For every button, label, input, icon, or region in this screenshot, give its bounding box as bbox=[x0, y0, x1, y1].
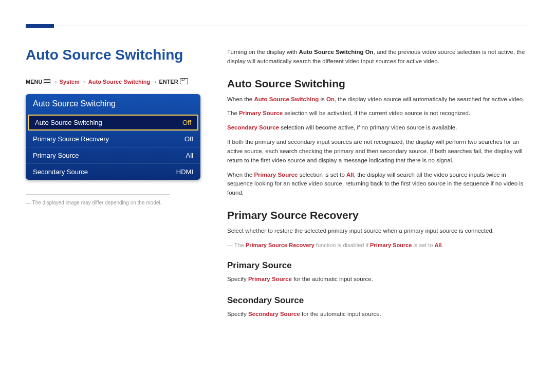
osd-row-auto-source-switching: Auto Source Switching Off bbox=[28, 115, 198, 130]
sec2-p1: Select whether to restore the selected p… bbox=[227, 227, 529, 236]
osd-header: Auto Source Switching bbox=[26, 94, 200, 115]
section-heading-auto-source-switching: Auto Source Switching bbox=[227, 78, 529, 90]
osd-row-value: Off bbox=[182, 119, 191, 126]
header-rule bbox=[26, 26, 529, 26]
osd-row-value: All bbox=[186, 152, 193, 159]
sec1-p2: The Primary Source selection will be act… bbox=[227, 109, 529, 118]
model-disclaimer: ― The displayed image may differ dependi… bbox=[26, 200, 200, 206]
osd-row-label: Auto Source Switching bbox=[35, 119, 102, 126]
breadcrumb-menu: MENU bbox=[26, 79, 42, 85]
model-disclaimer-text: The displayed image may differ depending… bbox=[32, 200, 162, 206]
section-heading-secondary-source: Secondary Source bbox=[227, 295, 529, 306]
sec2-note: ― The Primary Source Recovery function i… bbox=[227, 241, 529, 250]
breadcrumb-system: System bbox=[60, 79, 80, 85]
breadcrumb-enter: ENTER bbox=[159, 79, 178, 85]
osd-row-primary-source-recovery: Primary Source Recovery Off bbox=[26, 130, 200, 147]
osd-row-label: Primary Source bbox=[33, 152, 79, 159]
sec1-p3: Secondary Source selection will become a… bbox=[227, 123, 529, 133]
breadcrumb-sep: → bbox=[52, 79, 60, 85]
breadcrumb-item: Auto Source Switching bbox=[88, 79, 150, 85]
menu-icon bbox=[44, 79, 50, 84]
osd-row-primary-source: Primary Source All bbox=[26, 147, 200, 163]
osd-row-secondary-source: Secondary Source HDMI bbox=[26, 163, 200, 180]
sec4-p1: Specify Secondary Source for the automat… bbox=[227, 310, 529, 319]
breadcrumb: MENU → System → Auto Source Switching → … bbox=[26, 78, 200, 85]
breadcrumb-sep: → bbox=[152, 79, 159, 85]
osd-row-label: Primary Source Recovery bbox=[33, 135, 109, 143]
divider bbox=[26, 194, 170, 195]
page-title: Auto Source Switching bbox=[26, 47, 200, 63]
osd-menu-screenshot: Auto Source Switching Auto Source Switch… bbox=[26, 94, 200, 180]
section-heading-primary-source: Primary Source bbox=[227, 260, 529, 271]
osd-row-value: Off bbox=[184, 135, 193, 143]
enter-icon bbox=[180, 78, 188, 84]
section-heading-primary-source-recovery: Primary Source Recovery bbox=[227, 209, 529, 221]
sec3-p1: Specify Primary Source for the automatic… bbox=[227, 275, 529, 284]
intro-paragraph: Turning on the display with Auto Source … bbox=[227, 48, 529, 66]
sec1-p5: When the Primary Source selection is set… bbox=[227, 171, 529, 198]
sec1-p1: When the Auto Source Switching is On, th… bbox=[227, 95, 529, 104]
breadcrumb-sep: → bbox=[81, 79, 88, 85]
osd-row-label: Secondary Source bbox=[33, 168, 88, 176]
sec1-p4: If both the primary and secondary input … bbox=[227, 138, 529, 165]
osd-row-value: HDMI bbox=[176, 168, 193, 176]
